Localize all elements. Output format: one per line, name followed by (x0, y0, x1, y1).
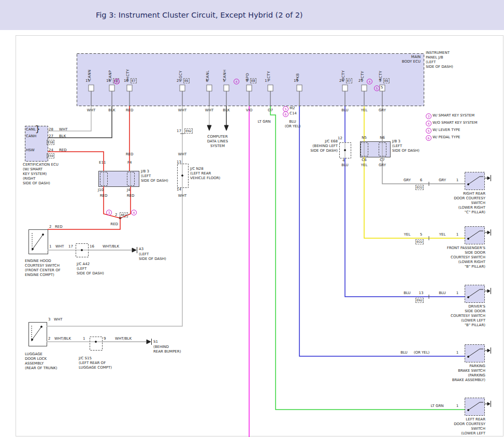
legend-text: W/ LEVER TYPE (433, 128, 460, 133)
cert-wire-color: RED (59, 148, 67, 153)
wire-color-label: WHT/BLK (54, 337, 71, 341)
hood-caption: ENGINE HOOD COURTESY SWITCH (FRONT CENTE… (25, 259, 66, 278)
switch-pin: 1 (454, 404, 461, 409)
legend-text: W/ PEDAL TYPE (433, 135, 460, 140)
lugg-pin-3: 3 (48, 317, 50, 322)
a42-pin-left: 17 (68, 244, 73, 249)
variant-circle: 6 (283, 111, 289, 117)
legend-circle: 4 (426, 121, 431, 126)
pkb-pedal-conn: C14 (290, 111, 297, 116)
switch-pin: 6 (417, 178, 425, 183)
wire-color-label: WHT/BLK (115, 337, 132, 341)
variant-circle: 5 (374, 85, 380, 91)
cert-pin-hsw: HSW (26, 148, 35, 153)
connector-code: E59 (47, 153, 54, 158)
ecu-pin-num: 16 (120, 79, 128, 83)
wire-color-label: GRY (375, 163, 390, 168)
wire-color-label: RED (123, 194, 138, 198)
jc-s15-box (90, 337, 103, 351)
en2-pin: 17 (175, 129, 181, 134)
wire-color-label: WHT (175, 152, 190, 157)
connector-code: E7 (131, 78, 137, 83)
switch-pin: 1 (454, 351, 461, 355)
cert-wire-color: BLK (59, 134, 66, 139)
lugg-caption: LUGGAGE DOOR LOCK ASSEMBLY (REAR OF TRUN… (25, 352, 66, 371)
jb3r-pin-c7: C7 (375, 158, 390, 163)
jb3r-label: J/B 3 (LEFT SIDE OF DASH) (392, 139, 420, 153)
variant-circle: 4 (367, 79, 372, 84)
engine-hood-switch-box (29, 230, 48, 254)
ecu-pin-num: 5 (381, 85, 383, 90)
jb3r-pin-n5: N5 (356, 136, 372, 140)
ecu-pin-num: 9 (240, 79, 248, 83)
wire-color-label: BLK (104, 108, 120, 113)
jb3m-label: J/B 3 (LEFT SIDE OF DASH) (141, 169, 168, 183)
connector-code: E6 (183, 78, 190, 83)
variant-circle: 3 (106, 210, 112, 215)
connector-code: AE2 (120, 212, 128, 217)
ecu-pin-num: 5 (217, 79, 225, 83)
legend-circle: 5 (426, 128, 431, 134)
a3-terminal: A3 (139, 247, 143, 252)
switch-pin: 1 (454, 291, 461, 296)
wire-color-label: RED (96, 194, 111, 198)
s1-arrow (147, 340, 151, 344)
s15-pin-right: 9 (104, 337, 106, 341)
wire-color-label: WHT (55, 244, 64, 249)
wire-color-label: RED (105, 222, 118, 227)
switch-pin: 13 (417, 291, 425, 296)
switch-caption: LEFT REAR DOOR COURTESY SWITCH (LOWER LE… (438, 417, 485, 436)
connector-code: EO2 (415, 239, 424, 244)
cert-wire-color: WHT (59, 127, 67, 132)
wire-color-label: YEL (356, 163, 372, 168)
jb3-mid-box (99, 171, 139, 187)
wire-color-label: BLK (219, 108, 234, 113)
pkb-wire-color: BLU (285, 120, 300, 124)
cert-pin-num: 27 (49, 134, 53, 139)
cert-pin-canh: CANH (26, 134, 36, 139)
variant-circle: 4 (114, 79, 120, 84)
connector-code: E7 (346, 78, 352, 83)
legend-text: W/O SMART KEY SYSTEM (433, 121, 478, 125)
connector-code: E6 (383, 78, 390, 83)
cert-brace: } (35, 124, 40, 134)
ecu-pin-num: 16 (103, 79, 111, 83)
cert-pin-canl: CANL (26, 127, 36, 132)
e68-pin-bot: 4 (342, 158, 344, 163)
variant-circle: 4 (131, 210, 137, 215)
ecu-pin-num: 15 (82, 79, 90, 83)
wire-color-label: YEL (356, 108, 372, 113)
wire-color-label: WHT (83, 108, 99, 113)
ecu-pin-num: 21 (355, 79, 363, 83)
ecu-pin-num: 6 (200, 79, 208, 83)
computer-arrow-left (207, 125, 211, 130)
wire-color-label: GRY (375, 108, 390, 113)
connector-code: EN2 (184, 128, 193, 134)
e68-label: J/C E68 (BEHIND LEFT SIDE OF DASH) (299, 139, 338, 153)
connector-code: EN2 (415, 298, 424, 303)
wire-canp-blk (48, 106, 112, 138)
wire-color-label: BLU (397, 351, 411, 355)
a42-pin-right: 16 (90, 244, 94, 249)
e68-pin-top: 12 (338, 136, 342, 141)
hood-pin-2: 2 (49, 225, 51, 229)
wire-color-label: BLU (337, 108, 353, 113)
s1-terminal: S1 (153, 340, 158, 344)
cert-pin-num: 28 (49, 127, 53, 132)
ecu-pin-num: 17 (261, 79, 269, 83)
wire-color-label: O7 (263, 108, 278, 113)
jb3m-pin-e11: E11 (99, 161, 106, 165)
lcty-wire-color: LT GRN (256, 120, 272, 124)
wire-color-label: GRY (435, 178, 450, 183)
legend-text: W/ SMART KEY SYSTEM (433, 113, 474, 118)
junction-ticks (180, 134, 429, 299)
a42-label: J/C A42 (LEFT SIDE OF DASH) (77, 262, 113, 276)
ecu-pin-num: 19 (290, 79, 298, 83)
wire-color-label: RED (122, 152, 137, 157)
wire-color-label: YEL (435, 232, 450, 237)
variant-circle: 4 (234, 79, 239, 84)
jb3m-pin-f4: F4 (127, 161, 132, 165)
switch-caption: RIGHT REAR DOOR COURTESY SWITCH (LOWER R… (438, 192, 485, 215)
switch-pin: 5 (417, 232, 425, 237)
computer-arrow-right (224, 125, 228, 130)
